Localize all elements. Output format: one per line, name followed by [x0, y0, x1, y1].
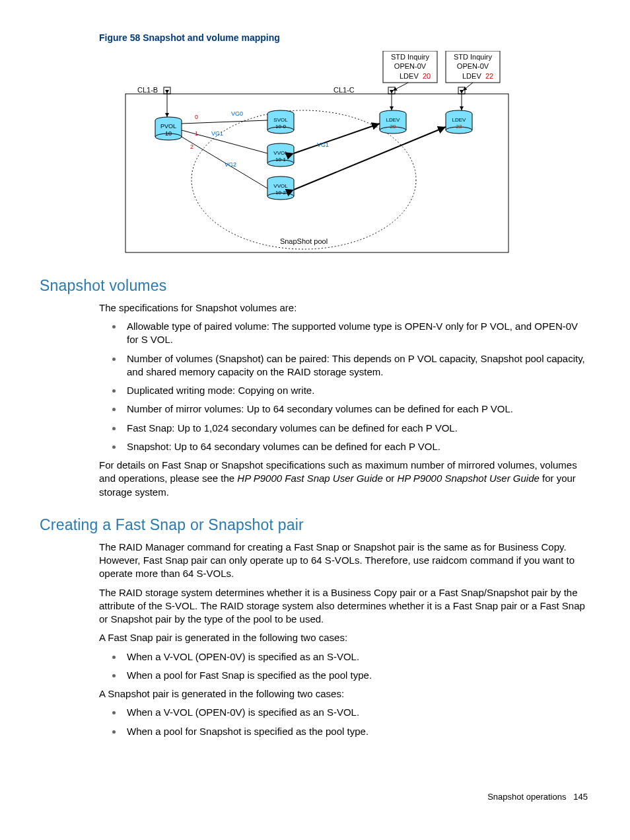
svg-text:SnapShot pool: SnapShot pool — [280, 237, 328, 245]
svg-text:20: 20 — [423, 72, 431, 80]
svg-text:SVOL: SVOL — [273, 117, 288, 123]
svg-text:VVOL: VVOL — [273, 183, 288, 189]
list-item: Number of mirror volumes: Up to 64 secon… — [123, 402, 590, 416]
svg-text:22: 22 — [456, 124, 462, 130]
svg-line-65 — [182, 120, 267, 124]
svg-text:STD Inquiry: STD Inquiry — [454, 53, 493, 61]
svg-text:10-1: 10-1 — [275, 157, 287, 163]
heading-creating-pair: Creating a Fast Snap or Snapshot pair — [40, 515, 590, 535]
svg-text:LDEV: LDEV — [462, 72, 481, 80]
list-item: When a pool for Fast Snap is specified a… — [123, 669, 590, 682]
paragraph: For details on Fast Snap or Snapshot spe… — [99, 459, 590, 499]
bullet-list: When a V-VOL (OPEN-0V) is specified as a… — [99, 706, 590, 738]
svg-text:STD Inquiry: STD Inquiry — [391, 53, 430, 61]
svg-line-63 — [393, 83, 408, 91]
page-number: 145 — [573, 792, 588, 802]
svg-text:VG2: VG2 — [225, 161, 236, 168]
svg-text:VG0: VG0 — [231, 110, 243, 117]
list-item: Fast Snap: Up to 1,024 secondary volumes… — [123, 422, 590, 435]
paragraph: A Fast Snap pair is generated in the fol… — [99, 631, 590, 644]
list-item: Duplicated writing mode: Copying on writ… — [123, 384, 590, 397]
svg-text:LDEV: LDEV — [452, 117, 467, 123]
svg-text:0: 0 — [195, 114, 198, 120]
svg-line-64 — [463, 83, 473, 91]
svg-rect-14 — [388, 87, 395, 94]
svg-text:VG1: VG1 — [317, 141, 329, 148]
bullet-list: Allowable type of paired volume: The sup… — [99, 320, 590, 453]
figure-diagram: STD Inquiry OPEN-0V LDEV 20 STD Inquiry … — [119, 51, 590, 256]
heading-snapshot-volumes: Snapshot volumes — [40, 276, 590, 296]
svg-text:20: 20 — [390, 124, 396, 130]
svg-text:10-2: 10-2 — [275, 190, 287, 196]
svg-text:LDEV: LDEV — [386, 117, 401, 123]
svg-text:CL1-C: CL1-C — [333, 86, 355, 94]
paragraph: The RAID Manager command for creating a … — [99, 541, 590, 581]
list-item: Number of volumes (Snapshot) can be pair… — [123, 352, 590, 379]
svg-line-74 — [294, 124, 380, 153]
list-item: When a V-VOL (OPEN-0V) is specified as a… — [123, 650, 590, 664]
paragraph: A Snapshot pair is generated in the foll… — [99, 687, 590, 701]
list-item: When a pool for Snapshot is specified as… — [123, 725, 590, 738]
svg-text:1: 1 — [195, 130, 198, 137]
svg-text:OPEN-0V: OPEN-0V — [394, 62, 427, 70]
paragraph: The RAID storage system determines wheth… — [99, 586, 590, 627]
text: or — [383, 473, 398, 484]
svg-text:10-0: 10-0 — [275, 124, 287, 130]
svg-rect-15 — [458, 87, 465, 94]
svg-text:22: 22 — [485, 72, 493, 80]
footer-section: Snapshot operations — [487, 792, 566, 802]
svg-text:PVOL: PVOL — [160, 123, 176, 130]
paragraph: The specifications for Snapshot volumes … — [99, 301, 590, 315]
bullet-list: When a V-VOL (OPEN-0V) is specified as a… — [99, 650, 590, 683]
svg-text:VVOL: VVOL — [273, 150, 288, 156]
page-footer: Snapshot operations 145 — [40, 791, 590, 803]
doc-title-ref: HP P9000 Fast Snap User Guide — [237, 473, 382, 484]
svg-text:10: 10 — [165, 130, 172, 137]
list-item: Allowable type of paired volume: The sup… — [123, 320, 590, 347]
list-item: When a V-VOL (OPEN-0V) is specified as a… — [123, 706, 590, 719]
svg-text:CL1-B: CL1-B — [137, 86, 158, 94]
doc-title-ref: HP P9000 Snapshot User Guide — [397, 473, 539, 484]
figure-caption: Figure 58 Snapshot and volume mapping — [99, 32, 590, 44]
svg-text:LDEV: LDEV — [400, 72, 419, 80]
svg-text:VG1: VG1 — [211, 130, 223, 137]
svg-text:OPEN-0V: OPEN-0V — [457, 62, 489, 70]
list-item: Snapshot: Up to 64 secondary volumes can… — [123, 440, 590, 453]
svg-line-76 — [294, 127, 446, 190]
svg-text:2: 2 — [190, 143, 193, 150]
svg-rect-12 — [164, 87, 170, 94]
